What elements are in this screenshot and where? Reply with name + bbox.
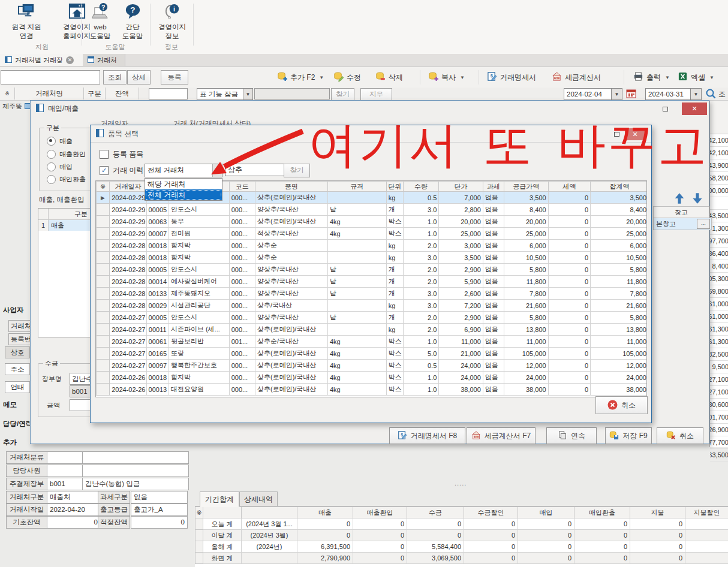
item-row[interactable]: 2024-02-2900005안도스시000...양상추/국내산낱개3.02,8… (97, 204, 648, 216)
field-value[interactable]: 출고가_A (131, 503, 188, 516)
tax-invoice-f7-button[interactable]: TAX 세금계산서 F7 (467, 427, 536, 444)
continuous-button[interactable]: 연속 (546, 427, 597, 444)
statement-f8-button[interactable]: $ 거래명세서 F8 (389, 427, 465, 444)
sidebar-field-tradename[interactable]: 상호 (5, 346, 30, 358)
field-value[interactable] (82, 465, 189, 477)
date-to-dropdown[interactable]: ▼ (690, 88, 702, 100)
date-from-input[interactable]: 2024-02-04 (564, 88, 614, 100)
column-header[interactable]: 단위 (386, 182, 403, 192)
item-row[interactable]: 2024-02-2700097행복한주간보호000...상추(로메인)/국내산4… (97, 360, 648, 372)
column-header[interactable] (203, 507, 242, 518)
column-header[interactable]: 지불 (630, 507, 685, 518)
query-short-button[interactable]: 조 (718, 89, 726, 99)
remote-support-button[interactable]: 원격 지원연결 (5, 2, 48, 41)
find-item-button[interactable]: 찾기 (284, 164, 310, 177)
excel-button[interactable]: 엑셀▼ (678, 70, 714, 85)
scope-option-current[interactable]: 해당 거래처 (145, 179, 222, 189)
field-value[interactable]: 0 (47, 516, 101, 529)
radio-purchase[interactable]: 매입 (47, 162, 73, 171)
summary-row[interactable]: 오늘 계(2024년 3월 1...0000000 (195, 518, 728, 530)
column-header[interactable]: 코드 (229, 182, 255, 192)
table-lock-select[interactable]: 표 기능 잠금▼ (197, 88, 253, 100)
more-button[interactable]: ... (697, 219, 710, 229)
radio-purchase-return[interactable]: 매입환출 (47, 175, 86, 184)
clear-button[interactable]: 지우 (360, 88, 392, 101)
item-row[interactable]: 2024-02-2700165또랑000...상추(로메인)/국내산4kg박스5… (97, 348, 648, 360)
cancel-button[interactable]: 취소 (657, 427, 703, 444)
field-value[interactable]: 2022-04-20 (47, 503, 101, 516)
customer-search-input[interactable] (1, 70, 100, 85)
field-value[interactable]: 없음 (131, 491, 188, 503)
summary-row[interactable]: 화면 계2,790,90003,069,5000000 (195, 553, 728, 564)
find-button[interactable]: 찾기 (331, 88, 354, 101)
column-header-type[interactable]: 구분 (84, 88, 106, 99)
column-header[interactable]: 매출환입 (353, 507, 407, 518)
down-arrow-icon[interactable] (691, 192, 703, 206)
column-header[interactable]: 매입환출 (574, 507, 630, 518)
column-header[interactable]: 수금할인 (464, 507, 518, 518)
scope-select[interactable]: 전체 거래처▼ (145, 164, 222, 177)
item-row[interactable]: 2024-02-2800005안도스시000...양상추/국내산낱개2.02,9… (97, 264, 648, 276)
summary-row[interactable]: 이달 계(2024년 3월)0000000 (195, 530, 728, 541)
minimize-icon[interactable] (659, 104, 671, 114)
item-row[interactable]: 2024-02-2900063동우000...상추(로메인)/국내산4kg박스1… (97, 216, 648, 228)
item-row[interactable]: 2024-02-2800133제주똥돼지오000...양상추/국내산낱개3.02… (97, 288, 648, 300)
item-row[interactable]: 2024-02-2700005안도스시000...양상추/국내산낱개2.02,9… (97, 312, 648, 324)
item-search-input[interactable]: 상추 (225, 164, 287, 176)
date-from-dropdown[interactable]: ▼ (611, 88, 622, 100)
column-header[interactable]: 단가 (439, 182, 483, 192)
minimize-icon[interactable] (611, 129, 622, 139)
item-row[interactable]: 2024-02-2600013대전요양원000...상추(로메인)/국내산4kg… (97, 384, 648, 396)
save-f9-button[interactable]: 저장 F9 (605, 427, 652, 444)
column-header-customer[interactable]: 거래처명 (15, 88, 84, 99)
lock-target-field[interactable] (254, 88, 330, 99)
up-arrow-icon[interactable] (673, 192, 685, 206)
tab-detail-history[interactable]: 상세내역 (239, 491, 278, 507)
field-value[interactable]: b001 (47, 478, 86, 490)
sidebar-field-biztype[interactable]: 업태 (5, 381, 30, 393)
column-header[interactable]: 품명 (255, 182, 327, 192)
column-header[interactable]: 공급가액 (504, 182, 549, 192)
print-button[interactable]: 출력▼ (633, 70, 670, 85)
register-button[interactable]: 등록 (161, 70, 188, 85)
item-row[interactable]: 2024-02-2800018함지박000...상추순kg3.03,500없음1… (97, 252, 648, 264)
item-row[interactable]: 2024-02-2800029시설관리공단000...상추/국내산kg3.07,… (97, 300, 648, 312)
cancel-item-dialog-button[interactable]: 취소 (595, 396, 648, 414)
add-button[interactable]: 추가 F2▼ (277, 70, 324, 85)
column-header[interactable]: 매입 (518, 507, 574, 518)
field-value[interactable] (47, 465, 86, 477)
column-header-balance[interactable]: 잔액 (106, 88, 139, 99)
radio-sales-return[interactable]: 매출환입 (47, 150, 86, 159)
close-icon[interactable]: ✕ (682, 102, 707, 115)
search-icon[interactable] (705, 88, 716, 100)
tax-invoice-button[interactable]: TAX 세금계산서 (552, 70, 601, 85)
item-row[interactable]: 2024-02-2700061뒷골보리밥001...상추순/국내산4kg박스1.… (97, 336, 648, 348)
web-help-button[interactable]: ? web도움말 (84, 2, 116, 41)
field-value[interactable] (82, 451, 189, 464)
scope-option-all[interactable]: 전체 거래처 (145, 189, 222, 200)
column-header[interactable]: 세액 (548, 182, 591, 192)
tab-customer[interactable]: 거래처 (83, 54, 125, 66)
date-to-input[interactable]: 2024-03-31 (645, 88, 693, 100)
detail-button[interactable]: 상세 (127, 70, 151, 85)
copy-button[interactable]: 복사▼ (428, 70, 465, 85)
column-header[interactable]: 합계액 (591, 182, 647, 192)
field-value[interactable]: 김난수(농협) 입금 (82, 478, 189, 490)
warehouse-cell[interactable]: 본창고 ... (653, 218, 712, 230)
registered-items-checkbox[interactable]: 등록 품목 (100, 149, 143, 159)
trade-history-checkbox[interactable]: ✓ 거래 이력 (100, 165, 143, 176)
column-header[interactable] (242, 507, 297, 518)
column-header[interactable]: 규격 (327, 182, 386, 192)
item-row[interactable]: 2024-02-2800018함지박000...상추순kg2.03,000없음6… (97, 240, 648, 252)
calendar-icon[interactable] (626, 89, 636, 99)
column-header[interactable]: 수량 (403, 182, 438, 192)
item-row[interactable]: 2024-02-2600018함지박000...상추(로메인)/국내산4kg박스… (97, 372, 648, 384)
query-button[interactable]: 조회 (103, 70, 127, 85)
quick-help-button[interactable]: ? 간단도움말 (116, 2, 149, 41)
item-row[interactable]: 2024-02-2900007전미원000...적상추/국내산4kg박스1.02… (97, 228, 648, 240)
column-header[interactable]: 지불할인 (685, 507, 728, 518)
header-filter-input[interactable] (149, 88, 188, 99)
sidebar-field-address[interactable]: 주소 (5, 363, 30, 375)
close-icon[interactable]: ✕ (66, 56, 74, 64)
dialog-titlebar[interactable]: 품목 선택 (91, 125, 651, 142)
